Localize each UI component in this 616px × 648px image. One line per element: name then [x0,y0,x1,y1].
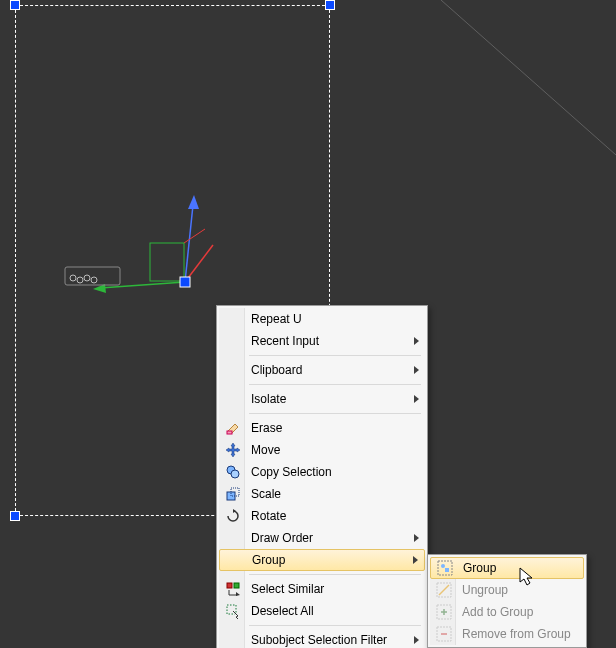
menu-label: Repeat U [243,312,419,326]
menu-label: Subobject Selection Filter [243,633,410,647]
menu-move[interactable]: Move [219,439,425,461]
menu-separator [249,625,421,626]
menu-separator [249,413,421,414]
grip-handle[interactable] [10,511,20,521]
add-to-group-icon [434,604,454,620]
erase-icon [223,420,243,436]
menu-separator [249,384,421,385]
menu-separator [249,355,421,356]
menu-scale[interactable]: Scale [219,483,425,505]
menu-label: Deselect All [243,604,419,618]
svg-rect-14 [227,431,232,434]
remove-from-group-icon [434,626,454,642]
grip-handle[interactable] [325,0,335,10]
submenu-arrow-icon [414,534,419,542]
menu-subobject-selection-filter[interactable]: Subobject Selection Filter [219,629,425,648]
svg-marker-22 [236,592,240,596]
menu-label: Ungroup [454,583,578,597]
svg-line-0 [441,0,616,155]
svg-point-16 [231,470,239,478]
group-submenu[interactable]: Group Ungroup Add to Group Remove from G… [427,554,587,648]
submenu-group[interactable]: Group [430,557,584,579]
blank-icon [224,552,244,568]
blank-icon [223,391,243,407]
menu-label: Erase [243,421,419,435]
menu-isolate[interactable]: Isolate [219,388,425,410]
ungroup-icon [434,582,454,598]
menu-label: Scale [243,487,419,501]
scale-icon [223,486,243,502]
menu-label: Recent Input [243,334,410,348]
menu-label: Add to Group [454,605,578,619]
menu-group[interactable]: Group [219,549,425,571]
svg-rect-20 [227,583,232,588]
menu-label: Group [244,553,409,567]
menu-label: Clipboard [243,363,410,377]
menu-copy-selection[interactable]: Copy Selection [219,461,425,483]
menu-draw-order[interactable]: Draw Order [219,527,425,549]
rotate-icon [223,508,243,524]
menu-select-similar[interactable]: Select Similar [219,578,425,600]
menu-rotate[interactable]: Rotate [219,505,425,527]
menu-label: Remove from Group [454,627,578,641]
menu-label: Copy Selection [243,465,419,479]
blank-icon [223,362,243,378]
submenu-arrow-icon [414,636,419,644]
menu-label: Group [455,561,577,575]
svg-line-28 [439,585,449,595]
menu-deselect-all[interactable]: Deselect All [219,600,425,622]
menu-recent-input[interactable]: Recent Input [219,330,425,352]
submenu-arrow-icon [414,337,419,345]
copy-selection-icon [223,464,243,480]
menu-repeat[interactable]: Repeat U [219,308,425,330]
submenu-add-to-group[interactable]: Add to Group [430,601,584,623]
svg-rect-26 [445,568,449,572]
blank-icon [223,333,243,349]
svg-point-25 [441,564,445,568]
blank-icon [223,632,243,648]
viewport-edge-line [416,0,616,200]
submenu-arrow-icon [413,556,418,564]
move-icon [223,442,243,458]
menu-clipboard[interactable]: Clipboard [219,359,425,381]
svg-rect-21 [234,583,239,588]
submenu-arrow-icon [414,395,419,403]
submenu-ungroup[interactable]: Ungroup [430,579,584,601]
grip-handle[interactable] [10,0,20,10]
menu-label: Isolate [243,392,410,406]
blank-icon [223,530,243,546]
menu-erase[interactable]: Erase [219,417,425,439]
submenu-remove-from-group[interactable]: Remove from Group [430,623,584,645]
deselect-all-icon [223,603,243,619]
menu-label: Draw Order [243,531,410,545]
context-menu[interactable]: Repeat U Recent Input Clipboard Isolate … [216,305,428,648]
menu-label: Rotate [243,509,419,523]
menu-label: Move [243,443,419,457]
group-icon [435,560,455,576]
menu-separator [249,574,421,575]
select-similar-icon [223,581,243,597]
submenu-arrow-icon [414,366,419,374]
blank-icon [223,311,243,327]
menu-label: Select Similar [243,582,419,596]
